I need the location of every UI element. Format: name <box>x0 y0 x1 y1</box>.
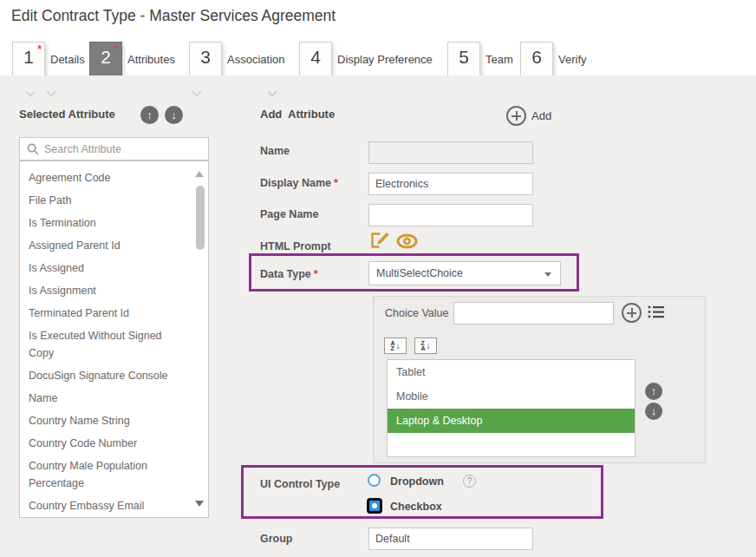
choice-option[interactable]: Mobile <box>388 384 635 409</box>
checkbox-option-label[interactable]: Checkbox <box>390 501 442 513</box>
scrollbar-down-arrow-icon[interactable] <box>195 501 204 507</box>
choice-option-selected[interactable]: Laptop & Desktop <box>388 409 635 433</box>
list-item[interactable]: Terminated Parent Id <box>20 305 178 322</box>
page-title: Edit Contract Type - Master Services Agr… <box>11 7 336 25</box>
scrollbar-up-arrow-icon[interactable] <box>195 171 204 177</box>
html-prompt-label: HTML Prompt <box>260 240 331 252</box>
choice-value-panel: Choice Value AZ ↓ ZA ↓ Tablet Mobile Lap… <box>373 296 706 463</box>
sort-down-arrow-icon: ↓ <box>427 341 431 351</box>
sort-descending-button[interactable]: ZA ↓ <box>414 337 437 354</box>
list-item[interactable]: Is Assignment <box>20 282 178 299</box>
preview-eye-icon[interactable] <box>395 233 419 252</box>
page-name-field[interactable] <box>368 204 533 226</box>
list-item[interactable]: Is Termination <box>20 214 178 232</box>
selected-attribute-list: Agreement Code File Path Is Termination … <box>19 161 209 518</box>
sort-down-arrow-icon: ↓ <box>396 341 401 351</box>
step-label-association[interactable]: Association <box>227 53 284 66</box>
step-label-verify[interactable]: Verify <box>558 53 587 66</box>
attribute-search-box <box>19 137 209 161</box>
required-asterisk: * <box>314 268 318 280</box>
choice-option-empty <box>388 433 635 457</box>
dropdown-radio[interactable] <box>368 474 381 487</box>
required-asterisk: * <box>114 43 119 56</box>
page-name-label: Page Name <box>260 208 318 220</box>
choice-value-input[interactable] <box>453 302 614 324</box>
choice-option-list: Tablet Mobile Laptop & Desktop <box>387 359 635 457</box>
list-item[interactable]: Name <box>20 390 178 407</box>
add-choice-plus-icon[interactable] <box>622 303 642 323</box>
search-attribute-input[interactable] <box>44 143 208 155</box>
list-item[interactable]: Country Name String <box>20 412 178 429</box>
edit-contract-type-page: Edit Contract Type - Master Services Agr… <box>0 0 756 557</box>
edit-html-prompt-icon[interactable] <box>368 231 390 253</box>
display-name-field[interactable] <box>368 173 533 195</box>
scrollbar-thumb[interactable] <box>196 186 205 250</box>
move-choice-up-button[interactable] <box>645 383 662 400</box>
step-label-details[interactable]: Details <box>50 53 85 66</box>
list-item[interactable]: Is Executed Without Signed Copy <box>20 327 178 362</box>
choice-list-icon[interactable] <box>648 305 665 323</box>
dropdown-option-label[interactable]: Dropdown <box>390 475 444 488</box>
list-item[interactable]: Country Code Number <box>20 435 178 452</box>
data-type-label: Data Type* <box>260 268 318 280</box>
add-attribute-plus-icon[interactable] <box>506 106 526 126</box>
required-asterisk: * <box>37 43 42 56</box>
choice-option[interactable]: Tablet <box>388 360 635 384</box>
move-choice-down-button[interactable] <box>645 403 662 420</box>
checkbox-radio-selected[interactable] <box>367 498 382 514</box>
selected-attribute-header: Selected Attribute <box>19 108 115 121</box>
add-attribute-button[interactable]: Add <box>531 109 551 122</box>
name-field[interactable] <box>368 141 533 164</box>
data-type-dropdown[interactable]: MultiSelectChoice <box>368 261 561 285</box>
ui-control-type-label: UI Control Type <box>260 478 340 490</box>
search-icon <box>27 143 39 155</box>
list-item[interactable]: Assigned Parent Id <box>20 237 178 254</box>
display-name-label: Display Name* <box>260 177 338 189</box>
move-attribute-down-button[interactable] <box>165 106 183 124</box>
step-label-attributes[interactable]: Attributes <box>127 53 175 66</box>
dropdown-caret-icon <box>544 272 551 277</box>
list-item[interactable]: DocuSign Signature Console <box>20 367 178 384</box>
help-icon[interactable]: ? <box>463 475 476 488</box>
list-item[interactable]: File Path <box>20 192 178 209</box>
required-asterisk: * <box>334 177 338 189</box>
group-label: Group <box>260 533 293 545</box>
step-label-team[interactable]: Team <box>486 53 513 66</box>
list-item[interactable]: Country Male Population Percentage <box>20 457 178 492</box>
choice-value-label: Choice Value <box>385 307 448 319</box>
list-item[interactable]: Agreement Code <box>20 169 178 187</box>
list-item[interactable]: Is Assigned <box>20 259 178 277</box>
list-item[interactable]: Country Embassy Email <box>20 497 178 514</box>
add-attribute-header: Add Attribute <box>260 108 335 121</box>
sort-ascending-button[interactable]: AZ ↓ <box>384 337 407 354</box>
name-label: Name <box>260 145 290 157</box>
step-label-display-preference[interactable]: Display Preference <box>337 53 433 66</box>
move-attribute-up-button[interactable] <box>140 106 159 124</box>
group-field[interactable] <box>368 528 533 550</box>
